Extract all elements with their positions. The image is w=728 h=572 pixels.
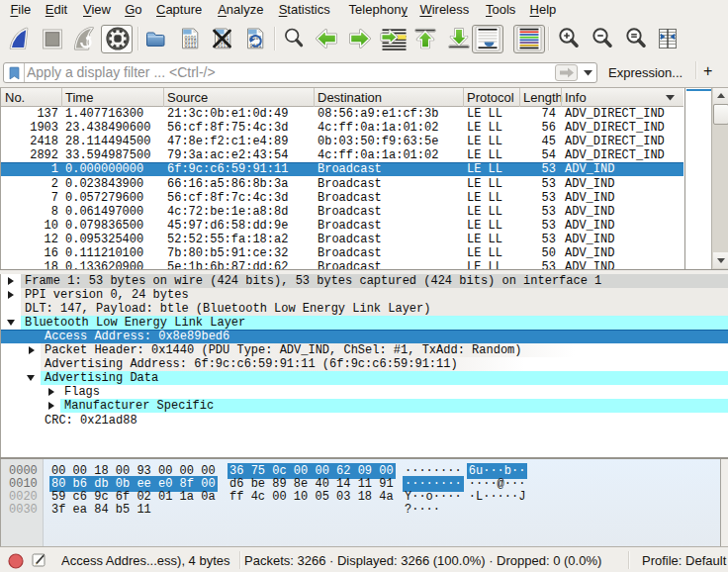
svg-text:0111: 0111 bbox=[185, 44, 197, 49]
